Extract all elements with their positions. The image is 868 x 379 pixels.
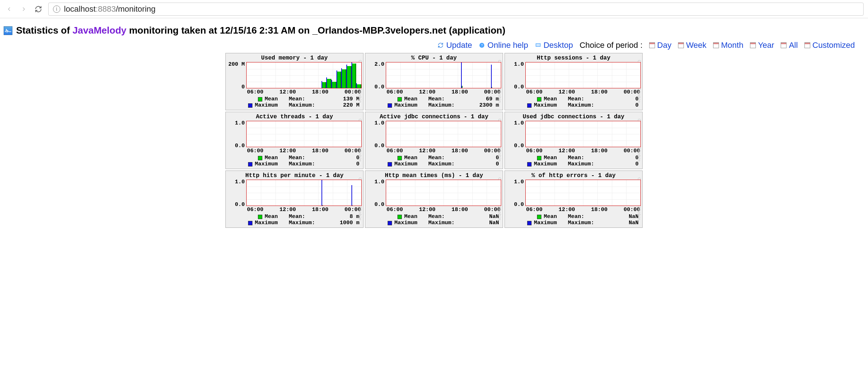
chart-plot [386, 180, 501, 206]
chart-card[interactable]: Created with JRobinActive jdbc connectio… [365, 112, 503, 169]
period-day[interactable]: Day [649, 41, 671, 50]
calendar-icon [804, 42, 810, 48]
swatch-max-icon [527, 162, 532, 166]
chart-card[interactable]: Created with JRobinUsed memory - 1 day20… [225, 53, 363, 110]
chart-title: Active jdbc connections - 1 day [367, 114, 501, 120]
swatch-mean-icon [537, 215, 541, 219]
chart-title: % CPU - 1 day [367, 55, 501, 61]
max-value: NaN [473, 220, 499, 226]
max-value: 220 M [334, 102, 359, 108]
y-axis: 1.00.0 [506, 62, 525, 88]
chart-card[interactable]: Created with JRobin% of http errors - 1 … [505, 171, 643, 228]
swatch-max-icon [527, 103, 532, 108]
chart-body: 1.00.0 [506, 180, 641, 206]
max-value: 0 [613, 102, 639, 108]
refresh-icon [437, 42, 444, 49]
max-value: NaN [613, 220, 639, 226]
chart-plot [246, 180, 362, 206]
chart-body: 1.00.0 [506, 62, 641, 88]
svg-text:?: ? [481, 43, 483, 47]
period-month[interactable]: Month [713, 41, 743, 50]
url-path: /monitoring [116, 4, 156, 14]
y-axis: 1.00.0 [367, 180, 386, 206]
swatch-mean-icon [537, 97, 541, 102]
calendar-icon [750, 42, 756, 48]
desktop-link[interactable]: Desktop [535, 41, 573, 50]
y-axis: 200 M0 [227, 62, 246, 88]
swatch-mean-icon [537, 156, 541, 160]
mean-value: 0 [334, 155, 359, 161]
period-custom[interactable]: Customized [804, 41, 855, 50]
mean-value: 0 [613, 96, 639, 102]
chart-plot [246, 62, 362, 88]
page-title: Statistics of JavaMelody monitoring take… [16, 25, 505, 36]
chart-card[interactable]: Created with JRobinActive threads - 1 da… [225, 112, 363, 169]
swatch-max-icon [388, 162, 392, 166]
address-bar[interactable]: i localhost:8883/monitoring [48, 3, 864, 16]
chart-legend: Mean Mean:NaNMaximum Maximum:NaN [506, 213, 641, 227]
chart-title: % of http errors - 1 day [506, 172, 641, 179]
period-all[interactable]: All [781, 41, 797, 50]
chart-title: Used memory - 1 day [227, 55, 362, 61]
svg-rect-3 [536, 44, 540, 46]
reload-button[interactable] [34, 4, 43, 14]
chart-body: 1.00.0 [367, 121, 501, 147]
mean-value: 8 m [334, 214, 359, 220]
forward-button[interactable] [19, 4, 28, 14]
swatch-mean-icon [397, 97, 402, 102]
swatch-mean-icon [258, 156, 262, 160]
chart-body: 1.00.0 [227, 180, 362, 206]
period-year[interactable]: Year [750, 41, 774, 50]
swatch-mean-icon [258, 97, 262, 102]
javamelody-link[interactable]: JavaMelody [73, 25, 126, 36]
site-info-icon[interactable]: i [53, 5, 60, 13]
swatch-max-icon [248, 221, 252, 225]
update-link[interactable]: Update [437, 41, 472, 50]
chart-legend: Mean Mean:0Maximum Maximum:0 [506, 154, 641, 168]
y-axis: 2.00.0 [367, 62, 386, 88]
chart-plot [525, 62, 641, 88]
swatch-max-icon [388, 103, 392, 108]
mean-value: NaN [613, 214, 639, 220]
chart-title: Used jdbc connections - 1 day [506, 114, 641, 120]
swatch-mean-icon [397, 156, 402, 160]
help-icon: ? [479, 42, 485, 49]
chart-legend: Mean Mean:8 mMaximum Maximum:1000 m [227, 213, 362, 227]
x-axis: 06:0012:0018:0000:00 [525, 88, 641, 95]
x-axis: 06:0012:0018:0000:00 [246, 147, 362, 154]
period-week[interactable]: Week [678, 41, 707, 50]
y-axis: 1.00.0 [506, 121, 525, 147]
chart-plot [386, 121, 501, 147]
calendar-icon [678, 42, 684, 48]
y-axis: 1.00.0 [367, 121, 386, 147]
x-axis: 06:0012:0018:0000:00 [525, 206, 641, 213]
chart-body: 1.00.0 [227, 121, 362, 147]
chart-title: Http sessions - 1 day [506, 55, 641, 61]
chart-card[interactable]: Created with JRobinUsed jdbc connections… [505, 112, 643, 169]
swatch-max-icon [248, 162, 252, 166]
app-icon [4, 26, 12, 35]
page-content: Statistics of JavaMelody monitoring take… [0, 18, 868, 234]
mean-value: 69 m [473, 96, 499, 102]
help-link[interactable]: ? Online help [479, 41, 528, 50]
back-button[interactable] [4, 4, 14, 14]
chart-title: Http mean times (ms) - 1 day [367, 172, 501, 179]
chart-card[interactable]: Created with JRobinHttp mean times (ms) … [365, 171, 503, 228]
chart-card[interactable]: Created with JRobin% CPU - 1 day2.00.006… [365, 53, 503, 110]
chart-plot [386, 62, 501, 88]
chart-body: 200 M0 [227, 62, 362, 88]
period-label: Choice of period : [579, 41, 642, 50]
calendar-icon [713, 42, 719, 48]
y-axis: 1.00.0 [227, 121, 246, 147]
chart-legend: Mean Mean:0Maximum Maximum:0 [227, 154, 362, 168]
desktop-icon [535, 42, 541, 49]
x-axis: 06:0012:0018:0000:00 [246, 88, 362, 95]
chart-plot [525, 180, 641, 206]
chart-legend: Mean Mean:139 MMaximum Maximum:220 M [227, 95, 362, 109]
chart-title: Http hits per minute - 1 day [227, 172, 362, 179]
swatch-mean-icon [258, 215, 262, 219]
chart-card[interactable]: Created with JRobinHttp hits per minute … [225, 171, 363, 228]
chart-card[interactable]: Created with JRobinHttp sessions - 1 day… [505, 53, 643, 110]
chart-legend: Mean Mean:NaNMaximum Maximum:NaN [367, 213, 501, 227]
browser-toolbar: i localhost:8883/monitoring [0, 0, 868, 18]
